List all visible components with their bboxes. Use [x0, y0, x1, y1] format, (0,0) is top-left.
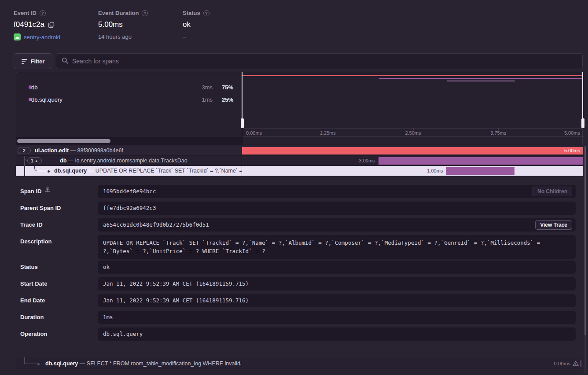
event-id-label-row: Event ID ?	[14, 10, 60, 16]
children-count-pill[interactable]: 2	[18, 147, 31, 154]
event-id-block: Event ID ? f0491c2a sentry-android	[14, 10, 60, 40]
event-duration-value: 5.00ms	[98, 20, 123, 29]
detail-label: Trace ID	[20, 218, 43, 232]
axis-tick-label: 2.50ms	[405, 130, 421, 136]
ops-breakdown-row[interactable]: db 3ms 75%	[16, 81, 242, 93]
tree-connector-dot	[48, 170, 50, 173]
children-count-pill[interactable]: 1 ▲	[27, 157, 42, 164]
span-bar[interactable]	[379, 157, 583, 165]
view-trace-button[interactable]: View Trace	[535, 220, 572, 230]
event-id-label: Event ID	[14, 10, 37, 16]
span-desc: SELECT * FROM room_table_modification_lo…	[87, 360, 241, 367]
span-id-value: 1095bd4ef8e94bcc	[98, 185, 576, 198]
status-block: Status ? ok –	[183, 10, 209, 40]
children-count: 2	[23, 148, 26, 153]
search-icon	[62, 57, 68, 66]
event-age: 14 hours ago	[98, 33, 132, 40]
help-icon[interactable]: ?	[142, 10, 148, 16]
detail-label: Operation	[20, 327, 47, 341]
axis-tick-label: 0.00ms	[246, 130, 262, 136]
span-bar[interactable]: 5.00ms	[242, 147, 583, 154]
minimap-span-line	[243, 75, 583, 76]
trace-id-value: a654cc61dc0b48ef9d0b27275b6f0d51	[98, 218, 576, 232]
ops-breakdown-and-minimap-panel: db 3ms 75% db.sql.query 1ms 25% 0.00ms 1…	[16, 72, 583, 145]
span-op: db.sql.query	[54, 168, 87, 174]
detail-row-status: Status ok	[16, 261, 583, 274]
axis-tick-label: 3.75ms	[490, 130, 506, 136]
tree-connector	[34, 166, 48, 171]
op-percent: 75%	[222, 84, 233, 91]
tree-guide-line	[24, 166, 25, 176]
span-duration: 0.00ms	[554, 358, 570, 369]
separator: —	[80, 360, 85, 367]
vertical-scrollbar-thumb[interactable]	[584, 146, 586, 335]
status-sub: –	[183, 33, 186, 40]
start-date-value: Jan 11, 2022 9:52:39 AM CET (1641891159.…	[98, 277, 576, 290]
span-desc: UPDATE OR REPLACE `Track` SET `TrackId` …	[96, 168, 242, 174]
chevron-up-icon: ▲	[35, 159, 38, 163]
horizontal-scrollbar-thumb[interactable]	[17, 139, 110, 143]
children-count: 1	[31, 158, 33, 163]
tree-bar-divider	[242, 358, 242, 369]
detail-row-parent-span-id: Parent Span ID ffe7dbc92a6942c3	[16, 202, 583, 215]
span-op: db.sql.query	[45, 360, 78, 367]
detail-row-span-id: Span ID 1095bd4ef8e94bcc No Children	[16, 185, 583, 198]
op-duration: 3ms	[202, 84, 213, 91]
span-row-db[interactable]: 1 ▲ db — io.sentry.android.roomsample.da…	[16, 156, 583, 166]
span-row-ui-action-edit[interactable]: 2 ui.action.edit — 88f300998a0b4e6f 5.00…	[16, 146, 583, 156]
span-op: ui.action.edit	[35, 147, 69, 154]
help-icon[interactable]: ?	[203, 10, 209, 16]
status-value: ok	[183, 20, 191, 29]
horizontal-scrollbar[interactable]	[16, 136, 242, 145]
filter-button-label: Filter	[31, 58, 45, 65]
span-duration: 5.00ms	[564, 147, 580, 154]
detail-label: Span ID	[20, 185, 41, 198]
detail-label: Status	[20, 261, 38, 274]
search-input[interactable]	[72, 58, 577, 65]
vertical-scrollbar[interactable]	[584, 146, 586, 373]
axis-tick-label: 1.25ms	[320, 130, 336, 136]
ops-breakdown-row[interactable]: db.sql.query 1ms 25%	[16, 93, 242, 106]
detail-row-end-date: End Date Jan 11, 2022 9:52:39 AM CET (16…	[16, 294, 583, 307]
project-link[interactable]: sentry-android	[24, 34, 60, 40]
minimap-time-axis: 0.00ms 1.25ms 2.50ms 3.75ms 5.00ms	[243, 128, 584, 137]
trace-minimap[interactable]: 0.00ms 1.25ms 2.50ms 3.75ms 5.00ms	[242, 72, 583, 145]
filter-button[interactable]: Filter	[14, 53, 52, 69]
help-icon[interactable]: ?	[40, 10, 46, 16]
operation-value: db.sql.query	[98, 327, 576, 341]
duration-value: 1ms	[98, 311, 576, 324]
tree-connector-dot	[37, 363, 40, 365]
detail-row-trace-id: Trace ID a654cc61dc0b48ef9d0b27275b6f0d5…	[16, 218, 583, 232]
separator: —	[70, 147, 76, 154]
end-date-value: Jan 11, 2022 9:52:39 AM CET (1641891159.…	[98, 294, 576, 307]
span-row-db-sql-query-selected[interactable]: db.sql.query — UPDATE OR REPLACE `Track`…	[16, 166, 583, 176]
op-percent: 25%	[222, 96, 233, 103]
status-label: Status	[183, 10, 200, 16]
detail-label: Duration	[20, 311, 44, 324]
detail-label: End Date	[20, 294, 45, 307]
span-desc: io.sentry.android.roomsample.data.Tracks…	[75, 158, 187, 164]
search-bar[interactable]	[56, 53, 583, 69]
op-name: db.sql.query	[31, 96, 62, 103]
span-bar[interactable]	[446, 167, 514, 175]
android-platform-icon	[14, 33, 21, 40]
span-duration: 1.00ms	[427, 166, 443, 176]
span-duration: 3.00ms	[359, 156, 375, 166]
event-duration-block: Event Duration ? 5.00ms 14 hours ago	[98, 10, 148, 40]
minimap-span-line	[447, 81, 515, 82]
op-name: db	[31, 84, 37, 91]
span-desc: 88f300998a0b4e6f	[77, 147, 123, 154]
anchor-icon[interactable]	[44, 185, 51, 198]
warning-icon	[573, 360, 579, 368]
span-row-hidden-db-sql-query[interactable]: db.sql.query — SELECT * FROM room_table_…	[16, 358, 583, 369]
minimap-right-handle[interactable]	[582, 72, 583, 128]
event-duration-label: Event Duration	[98, 10, 139, 16]
ops-breakdown: db 3ms 75% db.sql.query 1ms 25%	[16, 72, 242, 136]
axis-tick-label: 5.00ms	[564, 130, 580, 136]
span-op: db	[60, 158, 66, 164]
minimap-span-line	[379, 78, 583, 79]
minimap-left-handle[interactable]	[242, 72, 243, 128]
description-value: UPDATE OR REPLACE `Track` SET `TrackId` …	[98, 235, 576, 259]
copy-icon[interactable]	[48, 22, 55, 28]
op-duration: 1ms	[202, 96, 213, 103]
